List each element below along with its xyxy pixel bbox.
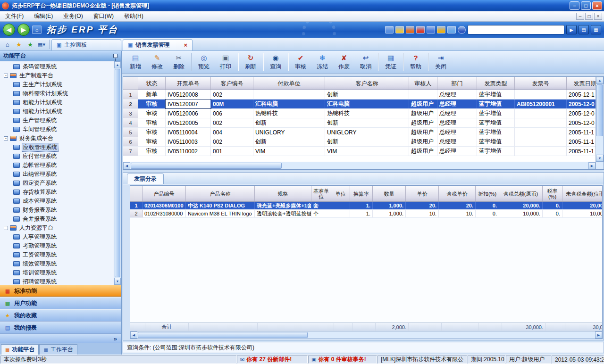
tree-item[interactable]: -生产制造平台 [0, 71, 114, 80]
column-header-基准单位[interactable]: 基准单位 [311, 186, 331, 201]
tab-invoice-entries[interactable]: 发票分录 [127, 174, 164, 184]
table-icon[interactable] [427, 26, 435, 33]
status-mail[interactable]: ✉ 你有 27 份新邮件! [237, 356, 308, 364]
column-header-开票单号[interactable]: 开票单号 [166, 77, 211, 90]
panel-标准功能[interactable]: ▦标准功能 [0, 285, 121, 297]
hscroll-thumb[interactable] [138, 332, 308, 338]
form-icon[interactable] [395, 26, 404, 33]
menu-item[interactable]: 编辑(E) [29, 11, 58, 22]
action-print[interactable]: ▣打印 [215, 52, 236, 73]
action-audit[interactable]: ✔审核 [290, 52, 311, 73]
hscroll-thumb[interactable] [131, 163, 282, 169]
badge-icon[interactable] [437, 26, 445, 33]
menu-item[interactable]: 文件(F) [0, 11, 29, 22]
add-favorite-icon[interactable]: ★ [25, 39, 35, 50]
invoice-row[interactable]: 6审核IV05110003002创新创新超级用户总经理蓝宇增值2005-11-1 [123, 137, 596, 147]
row-selector-header[interactable] [130, 186, 143, 201]
column-header-单价[interactable]: 单价 [406, 186, 439, 201]
tree-item[interactable]: 应收管理系统 [0, 143, 114, 152]
tree-item[interactable]: 培训管理系统 [0, 268, 114, 277]
mdi-close-button[interactable]: × [594, 13, 602, 20]
sidebar-overflow-chevron[interactable]: » [0, 334, 121, 343]
tree-item[interactable]: 应付管理系统 [0, 152, 114, 161]
quick-nav-button[interactable]: ⌂ [32, 25, 42, 34]
action-close[interactable]: ⇥关闭 [430, 52, 452, 73]
tree-item[interactable]: 财务报表系统 [0, 206, 114, 215]
tree-item[interactable]: -人力资源平台 [0, 223, 114, 232]
mdi-minimize-button[interactable]: – [576, 13, 584, 20]
scroll-up-icon[interactable]: ▲ [114, 61, 121, 68]
column-header-换算率[interactable]: 换算率 [350, 186, 373, 201]
detail-row[interactable]: 20102R31080000Navicom M38 EL TRIN logo透明… [130, 210, 602, 218]
tree-item[interactable]: 固定资产系统 [0, 179, 114, 188]
invoice-row[interactable]: 4审核IV05120005002创新创新超级用户总经理蓝宇增值2005-12-0 [123, 118, 596, 128]
nav-extra-button-2[interactable]: ▦ [591, 25, 601, 34]
column-header-发票类型[interactable]: 发票类型 [477, 77, 515, 90]
tree-item[interactable]: 主生产计划系统 [0, 80, 114, 89]
sidebar-tab-功能平台[interactable]: ▦功能平台 [1, 344, 39, 355]
close-button[interactable]: × [592, 1, 602, 10]
tree-item[interactable]: 考勤管理系统 [0, 241, 114, 250]
action-freeze[interactable]: ❄冻结 [311, 52, 333, 73]
tree-item[interactable]: 粗能力计划系统 [0, 98, 114, 107]
pin-icon[interactable] [113, 54, 117, 58]
tab-主控面板[interactable]: ▣主控面板 [51, 39, 121, 50]
forward-button[interactable]: ▶ [17, 24, 30, 36]
tree-item[interactable]: 细能力计划系统 [0, 107, 114, 116]
detail-row[interactable]: 102014306M0100中达 K140 PS2 DIALOG珠光蓝+亮银多媒… [130, 202, 602, 210]
column-header-发票号[interactable]: 发票号 [515, 77, 567, 90]
invoice-grid-vscrollbar[interactable]: ▲ ▼ [596, 77, 604, 162]
action-voucher[interactable]: ▦凭证 [380, 52, 402, 73]
tree-item[interactable]: 物料需求计划系统 [0, 89, 114, 98]
sidebar-tab-工作平台[interactable]: ▦工作平台 [39, 344, 77, 355]
tab-close-icon[interactable]: × [184, 41, 187, 49]
invoice-row[interactable]: 2审核IV0512000700M汇科电脑汇科电脑超级用户总经理蓝宇增值ABI05… [123, 99, 596, 109]
column-header-含税单价[interactable]: 含税单价 [439, 186, 476, 201]
invoice-row[interactable]: 3审核IV05120006006热键科技热键科技超级用户总经理蓝宇增值2005-… [123, 109, 596, 118]
column-header-付款单位[interactable]: 付款单位 [253, 77, 325, 90]
scroll-left-icon[interactable]: ◀ [130, 331, 137, 339]
column-header-折扣(%)[interactable]: 折扣(%) [476, 186, 499, 201]
scroll-down-icon[interactable]: ▼ [114, 278, 121, 285]
tree-item[interactable]: 招聘管理系统 [0, 277, 114, 285]
clock-icon[interactable] [458, 26, 466, 34]
column-header-客户名称[interactable]: 客户名称 [325, 77, 409, 90]
tree-item[interactable]: 绩效管理系统 [0, 259, 114, 268]
action-cancel[interactable]: ↩取消 [355, 52, 377, 73]
column-header-客户编号[interactable]: 客户编号 [211, 77, 253, 90]
column-header-发票日期[interactable]: 发票日期 [567, 77, 596, 90]
tree-item[interactable]: 出纳管理系统 [0, 170, 114, 179]
column-header-未含税金额(位币)[interactable]: 未含税金额(位币) [562, 186, 603, 201]
menu-item[interactable]: 业务(O) [58, 11, 88, 22]
action-new-doc[interactable]: ▤新增 [125, 52, 146, 73]
tree-item[interactable]: 生产管理系统 [0, 116, 114, 125]
action-search[interactable]: ◉查询 [265, 52, 286, 73]
favorites-icon[interactable]: ★ [14, 39, 24, 50]
column-header-产品名称[interactable]: 产品名称 [186, 186, 255, 201]
restore-button[interactable]: □ [581, 1, 591, 10]
nav-extra-button-1[interactable]: ▤ [579, 25, 589, 34]
tree-item[interactable]: -财务集成平台 [0, 134, 114, 143]
scroll-right-icon[interactable]: ▶ [595, 331, 602, 339]
minimize-button[interactable]: – [570, 1, 579, 10]
column-header-状态[interactable]: 状态 [138, 77, 166, 90]
scroll-down-icon[interactable]: ▼ [596, 155, 604, 162]
collapse-icon[interactable]: - [4, 74, 8, 78]
panel-我的收藏[interactable]: ★我的收藏 [0, 309, 121, 322]
action-edit[interactable]: ✎修改 [146, 52, 168, 73]
column-header-含税总额(原币)[interactable]: 含税总额(原币) [499, 186, 543, 201]
column-header-数量[interactable]: 数量 [373, 186, 406, 201]
panel-用户功能[interactable]: ▩用户功能 [0, 297, 121, 309]
tree-item[interactable]: 总帐管理系统 [0, 161, 114, 170]
tree-item[interactable]: 条码管理系统 [0, 62, 114, 71]
panel-我的报表[interactable]: ▤我的报表 [0, 322, 121, 334]
tree-item[interactable]: 合并报表系统 [0, 215, 114, 223]
vscroll-thumb[interactable] [596, 84, 603, 136]
tree-scroll-thumb[interactable] [115, 69, 120, 277]
scroll-up-icon[interactable]: ▲ [596, 77, 604, 84]
row-selector-header[interactable] [123, 77, 138, 90]
menu-item[interactable]: 窗口(W) [88, 11, 119, 22]
menu-item[interactable]: 帮助(H) [119, 11, 149, 22]
invoice-row[interactable]: 7审核IV05110002001VIMVIM超级用户总经理蓝宇增值2005-11… [123, 147, 596, 156]
action-refresh[interactable]: ↻刷新 [240, 52, 261, 73]
